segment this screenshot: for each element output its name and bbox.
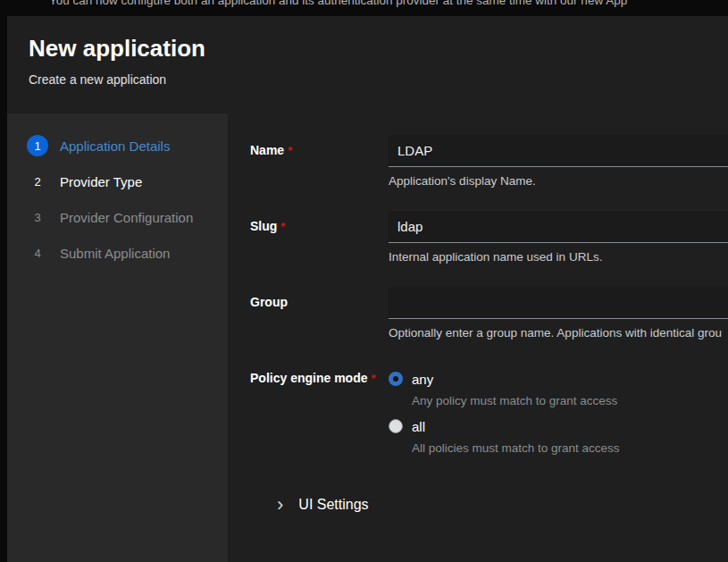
radio-any-label: any bbox=[412, 372, 433, 387]
info-banner: You can now configure both an applicatio… bbox=[49, 0, 627, 7]
wizard-step-provider-configuration: 3 Provider Configuration bbox=[7, 199, 228, 235]
policy-option-all[interactable]: all bbox=[389, 418, 728, 434]
radio-any-help-text: Any policy must match to grant access bbox=[412, 394, 728, 407]
required-asterisk: * bbox=[288, 144, 292, 157]
wizard-step-application-details[interactable]: 1 Application Details bbox=[7, 128, 228, 164]
modal-subtitle: Create a new application bbox=[29, 72, 707, 87]
required-asterisk: * bbox=[280, 220, 285, 233]
step-label: Provider Type bbox=[60, 174, 142, 189]
chevron-right-icon: › bbox=[277, 497, 283, 513]
ui-settings-label: UI Settings bbox=[298, 497, 368, 513]
modal-title: New application bbox=[29, 36, 707, 62]
group-field-row: Group Optionally enter a group name. App… bbox=[250, 287, 728, 340]
name-field-row: Name* Application's display Name. bbox=[250, 135, 728, 188]
group-help-text: Optionally enter a group name. Applicati… bbox=[389, 326, 728, 340]
required-asterisk: * bbox=[371, 372, 375, 385]
radio-all-icon[interactable] bbox=[389, 419, 403, 433]
step-label: Submit Application bbox=[60, 246, 170, 261]
wizard-steps-sidebar: 1 Application Details 2 Provider Type 3 … bbox=[7, 113, 228, 562]
step-number-badge: 3 bbox=[27, 206, 48, 228]
radio-all-help-text: All policies must match to grant access bbox=[412, 441, 728, 455]
name-input[interactable] bbox=[389, 135, 728, 167]
step-number-badge: 4 bbox=[27, 242, 48, 264]
step-number-badge: 2 bbox=[27, 171, 48, 192]
form-content: Name* Application's display Name. Slug* … bbox=[228, 113, 728, 562]
wizard-step-provider-type[interactable]: 2 Provider Type bbox=[7, 164, 228, 199]
policy-option-any[interactable]: any bbox=[389, 371, 728, 387]
policy-engine-mode-label: Policy engine mode* bbox=[250, 371, 389, 466]
group-input[interactable] bbox=[389, 287, 728, 319]
name-help-text: Application's display Name. bbox=[389, 174, 728, 188]
slug-label: Slug* bbox=[250, 211, 389, 264]
ui-settings-expander[interactable]: › UI Settings bbox=[277, 497, 369, 513]
radio-any-icon[interactable] bbox=[389, 372, 403, 386]
name-label: Name* bbox=[250, 135, 389, 188]
modal-body: 1 Application Details 2 Provider Type 3 … bbox=[7, 113, 728, 562]
policy-engine-mode-row: Policy engine mode* any Any policy must … bbox=[250, 371, 728, 466]
group-label: Group bbox=[250, 287, 389, 340]
slug-help-text: Internal application name used in URLs. bbox=[389, 250, 728, 264]
slug-input[interactable] bbox=[389, 211, 728, 243]
modal-header: New application Create a new application bbox=[7, 16, 728, 113]
slug-field-row: Slug* Internal application name used in … bbox=[250, 211, 728, 264]
info-banner-text: You can now configure both an applicatio… bbox=[49, 0, 627, 7]
policy-engine-mode-field: any Any policy must match to grant acces… bbox=[389, 371, 728, 466]
wizard-step-submit-application: 4 Submit Application bbox=[7, 235, 228, 271]
new-application-modal: New application Create a new application… bbox=[7, 16, 728, 562]
name-field: Application's display Name. bbox=[389, 135, 728, 188]
step-number-badge: 1 bbox=[27, 135, 48, 156]
group-field: Optionally enter a group name. Applicati… bbox=[389, 287, 728, 340]
radio-all-label: all bbox=[412, 419, 425, 434]
step-label: Provider Configuration bbox=[60, 210, 193, 225]
slug-field: Internal application name used in URLs. bbox=[389, 211, 728, 264]
step-label: Application Details bbox=[60, 138, 170, 154]
